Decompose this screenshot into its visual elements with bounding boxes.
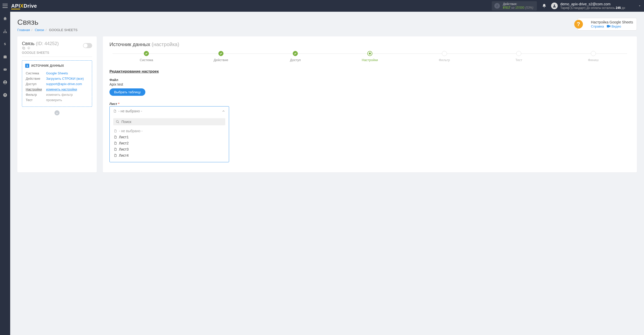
- src-action[interactable]: Загрузить СТРОКИ (все): [46, 77, 84, 81]
- settings-card: Источник данных (настройка) Система Дейс…: [103, 36, 637, 172]
- svg-rect-2: [3, 32, 4, 33]
- camera-icon: [607, 24, 611, 28]
- lc-id: (ID: 44252): [36, 41, 59, 46]
- source-title: ИСТОЧНИК ДАННЫХ: [31, 64, 64, 68]
- svg-rect-12: [22, 47, 24, 49]
- source-badge: 1: [25, 64, 29, 68]
- help-pill: ? Настройка Google Sheets Справка Видео: [578, 18, 637, 31]
- svg-rect-1: [5, 30, 6, 30]
- add-destination-button[interactable]: +: [54, 110, 60, 115]
- help-title: Настройка Google Sheets: [591, 20, 633, 24]
- lc-sub: GOOGLE SHEETS: [22, 51, 92, 57]
- side-nav: ?: [0, 12, 10, 335]
- user-email: demo_apix-drive_s2@com.com: [560, 2, 625, 6]
- step-test[interactable]: Тест: [482, 51, 556, 62]
- dropdown-search-input[interactable]: [121, 120, 223, 124]
- src-system[interactable]: Google Sheets: [46, 71, 68, 75]
- dd-option-2[interactable]: Лист2: [113, 140, 225, 146]
- dd-option-3[interactable]: Лист3: [113, 146, 225, 152]
- page-title: Связь: [17, 18, 637, 26]
- chevron-down-icon: [638, 4, 641, 8]
- gear-icon[interactable]: [27, 46, 31, 50]
- select-table-button[interactable]: Выбрать таблицу: [109, 88, 145, 96]
- dropdown-search[interactable]: [113, 118, 225, 125]
- notifications-icon[interactable]: [542, 4, 547, 8]
- svg-point-14: [116, 120, 118, 123]
- dropdown-head[interactable]: - не выбрано -: [110, 106, 229, 116]
- bc-links[interactable]: Связи: [35, 28, 44, 32]
- source-box: 1 ИСТОЧНИК ДАННЫХ СистемаGoogle Sheets Д…: [22, 60, 92, 107]
- bc-current: GOOGLE SHEETS: [49, 28, 77, 32]
- dropdown-selected: - не выбрано -: [118, 109, 142, 113]
- menu-toggle[interactable]: [3, 4, 8, 8]
- src-test[interactable]: проверить: [46, 98, 62, 102]
- file-label: Файл: [109, 78, 630, 82]
- svg-rect-11: [23, 48, 25, 49]
- bc-home[interactable]: Главная: [17, 28, 30, 32]
- nav-home-icon[interactable]: [0, 14, 10, 23]
- nav-account-icon[interactable]: [0, 78, 10, 87]
- svg-point-0: [554, 5, 555, 6]
- info-icon: i: [494, 3, 500, 9]
- svg-rect-10: [607, 25, 609, 27]
- actions-total: 15'000: [515, 6, 524, 9]
- step-settings[interactable]: Настройки: [333, 51, 407, 62]
- src-filter[interactable]: изменить фильтр: [46, 93, 73, 97]
- section-title: Редактирование настроек: [109, 69, 630, 73]
- actions-label: Действия:: [503, 2, 534, 6]
- help-link-docs[interactable]: Справка: [591, 24, 604, 28]
- logo[interactable]: APIXDrive: [11, 3, 37, 9]
- user-menu[interactable]: demo_apix-drive_s2@com.com Тариф |Станда…: [551, 2, 641, 10]
- chevron-up-icon: [222, 109, 225, 113]
- step-access[interactable]: Доступ: [258, 51, 332, 62]
- step-finish[interactable]: Финиш: [556, 51, 630, 62]
- help-question-icon[interactable]: ?: [574, 20, 583, 29]
- step-action[interactable]: Действие: [184, 51, 258, 62]
- search-icon: [116, 120, 119, 124]
- tariff-info: Тариф |Стандарт| до оплаты осталось 245 …: [560, 6, 625, 10]
- file-value: Apix test: [109, 82, 630, 86]
- step-filter[interactable]: Фильтр: [407, 51, 481, 62]
- lc-title: Связь: [22, 41, 35, 46]
- actions-percent: (53%): [525, 6, 533, 9]
- stepper: Система Действие Доступ Настройки Фильтр…: [109, 51, 630, 62]
- nav-billing-icon[interactable]: [0, 40, 10, 48]
- copy-icon[interactable]: [22, 46, 25, 50]
- actions-counter[interactable]: i Действия: 8'017 из 15'000 (53%): [492, 1, 537, 10]
- actions-used: 8'017: [503, 6, 511, 9]
- svg-text:?: ?: [4, 93, 6, 97]
- dd-option-1[interactable]: Лист1: [113, 134, 225, 140]
- help-link-video[interactable]: Видео: [611, 24, 621, 28]
- enable-toggle[interactable]: [83, 43, 92, 48]
- nav-help-icon[interactable]: ?: [0, 91, 10, 99]
- svg-rect-4: [6, 32, 7, 33]
- link-summary-card: Связь (ID: 44252) GOOGLE SHEETS 1 ИСТОЧН…: [17, 36, 97, 172]
- page-icon: [113, 109, 116, 113]
- dd-option-none[interactable]: - не выбрано -: [113, 128, 225, 134]
- nav-briefcase-icon[interactable]: [0, 52, 10, 61]
- avatar-icon: [551, 3, 558, 9]
- nav-tree-icon[interactable]: [0, 27, 10, 36]
- breadcrumb: Главная/ Связи/ GOOGLE SHEETS: [17, 28, 637, 32]
- src-access[interactable]: support@apix-drive.com: [46, 82, 82, 86]
- step-system[interactable]: Система: [109, 51, 184, 62]
- sheet-dropdown[interactable]: - не выбрано - - не выбрано - Лист1 Лист…: [109, 106, 229, 162]
- src-settings[interactable]: изменить настройки: [46, 87, 77, 91]
- dd-option-4[interactable]: Лист4: [113, 152, 225, 158]
- svg-rect-3: [5, 32, 6, 33]
- svg-point-13: [28, 48, 29, 49]
- rc-title: Источник данных: [109, 42, 150, 47]
- nav-video-icon[interactable]: [0, 65, 10, 74]
- sheet-label: Лист: [109, 102, 117, 106]
- svg-point-7: [5, 81, 6, 83]
